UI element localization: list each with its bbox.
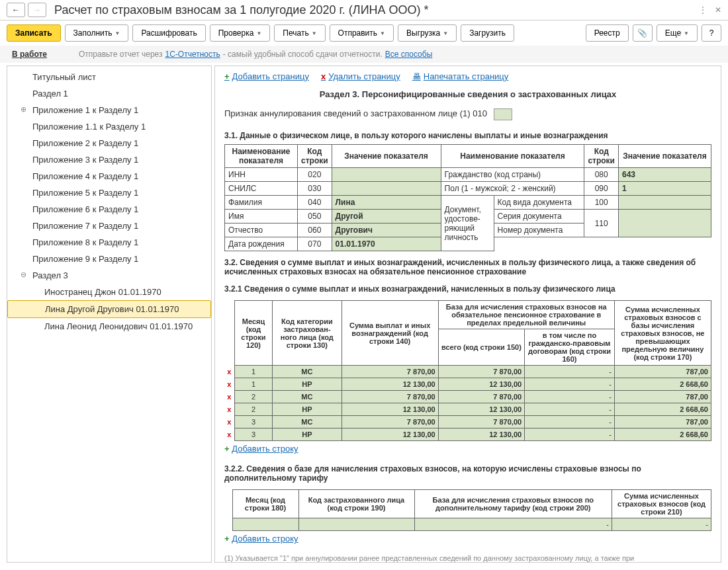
cancel-flag-input[interactable] xyxy=(494,108,512,120)
tree-item-app9[interactable]: Приложение 9 к Разделу 1 xyxy=(7,251,211,267)
dob-input[interactable]: 01.01.1970 xyxy=(332,237,441,251)
import-button[interactable]: Загрузить xyxy=(461,24,514,42)
cell-s140[interactable]: 12 130,00 xyxy=(341,378,438,391)
link-1c-report[interactable]: 1С-Отчетность xyxy=(165,50,220,59)
expand-icon[interactable]: ⊕ xyxy=(19,105,27,114)
send-button[interactable]: Отправить▼ xyxy=(330,24,394,42)
tree-item-app1[interactable]: ⊕Приложение 1 к Разделу 1 xyxy=(7,102,211,118)
attach-button[interactable]: 📎 xyxy=(633,24,653,42)
back-button[interactable]: ← xyxy=(7,3,25,17)
cell-s170[interactable]: 2 668,60 xyxy=(614,428,711,441)
cell-s150[interactable]: 12 130,00 xyxy=(438,428,524,441)
cell-s150[interactable]: 7 870,00 xyxy=(438,416,524,428)
delete-row-icon[interactable]: х xyxy=(224,403,234,416)
tree-item-app2[interactable]: Приложение 2 к Разделу 1 xyxy=(7,135,211,151)
cell-322-month[interactable] xyxy=(232,518,298,531)
cell-month[interactable]: 2 xyxy=(234,403,272,416)
help-button[interactable]: ? xyxy=(702,24,721,42)
more-options-icon[interactable]: ⋮ xyxy=(699,5,707,15)
tree-item-app4[interactable]: Приложение 4 к Разделу 1 xyxy=(7,168,211,184)
print-page-action[interactable]: 🖶Напечатать страницу xyxy=(412,71,509,81)
cell-s140[interactable]: 12 130,00 xyxy=(341,428,438,441)
decode-button[interactable]: Расшифровать xyxy=(132,24,205,42)
cell-month[interactable]: 3 xyxy=(234,428,272,441)
cell-s160[interactable]: - xyxy=(525,416,615,428)
tree-item-app5[interactable]: Приложение 5 к Разделу 1 xyxy=(7,184,211,201)
cell-category[interactable]: МС xyxy=(273,391,341,403)
cell-s170[interactable]: 2 668,60 xyxy=(614,378,711,391)
cell-month[interactable]: 1 xyxy=(234,366,272,378)
plus-icon: + xyxy=(224,71,230,81)
cell-category[interactable]: НР xyxy=(273,403,341,416)
check-button[interactable]: Проверка▼ xyxy=(210,24,271,42)
citizenship-input[interactable]: 643 xyxy=(619,168,711,182)
print-button[interactable]: Печать▼ xyxy=(274,24,325,42)
tree-item-person2[interactable]: Лина Другой Другович 01.01.1970 xyxy=(7,300,211,318)
cell-month[interactable]: 3 xyxy=(234,416,272,428)
sex-input[interactable]: 1 xyxy=(619,182,711,196)
cell-s170[interactable]: 787,00 xyxy=(614,416,711,428)
fill-button[interactable]: Заполнить▼ xyxy=(65,24,129,42)
export-button[interactable]: Выгрузка▼ xyxy=(398,24,457,42)
cell-month[interactable]: 2 xyxy=(234,391,272,403)
delete-row-icon[interactable]: х xyxy=(224,416,234,428)
tree-item-app7[interactable]: Приложение 7 к Разделу 1 xyxy=(7,218,211,234)
tree-item-app8[interactable]: Приложение 8 к Разделу 1 xyxy=(7,234,211,251)
cell-s150[interactable]: 7 870,00 xyxy=(438,366,524,378)
cell-s140[interactable]: 7 870,00 xyxy=(341,416,438,428)
delete-row-icon[interactable]: х xyxy=(224,391,234,403)
cell-s170[interactable]: 787,00 xyxy=(614,391,711,403)
more-button[interactable]: Еще▼ xyxy=(657,24,698,42)
tree-item-r1[interactable]: Раздел 1 xyxy=(7,85,211,102)
cell-s160[interactable]: - xyxy=(525,403,615,416)
add-row-321[interactable]: Добавить строку xyxy=(232,444,298,454)
patronymic-input[interactable]: Другович xyxy=(332,224,441,237)
delete-page-action[interactable]: хУдалить страницу xyxy=(321,71,400,81)
cell-s170[interactable]: 787,00 xyxy=(614,366,711,378)
delete-row-icon[interactable]: х xyxy=(224,378,234,391)
cell-category[interactable]: НР xyxy=(273,428,341,441)
snils-input[interactable] xyxy=(332,182,441,196)
doc-type-input[interactable] xyxy=(619,196,711,210)
inn-input[interactable] xyxy=(332,168,441,182)
tree-item-title[interactable]: Титульный лист xyxy=(7,69,211,85)
add-row-322[interactable]: Добавить строку xyxy=(232,534,298,544)
link-all-methods[interactable]: Все способы xyxy=(385,50,433,59)
cell-322-base[interactable]: - xyxy=(414,518,612,531)
cell-s170[interactable]: 2 668,60 xyxy=(614,403,711,416)
add-page-action[interactable]: +Добавить страницу xyxy=(224,71,309,81)
status-mode[interactable]: В работе xyxy=(12,50,47,59)
cell-s150[interactable]: 12 130,00 xyxy=(438,403,524,416)
cell-s150[interactable]: 12 130,00 xyxy=(438,378,524,391)
registry-button[interactable]: Реестр xyxy=(586,24,629,42)
firstname-input[interactable]: Другой xyxy=(332,210,441,224)
cell-s150[interactable]: 7 870,00 xyxy=(438,391,524,403)
tree-item-person1[interactable]: Иностранец Джон 01.01.1970 xyxy=(7,284,211,300)
cell-s140[interactable]: 12 130,00 xyxy=(341,403,438,416)
cell-s160[interactable]: - xyxy=(525,391,615,403)
tree-item-r3[interactable]: ⊖Раздел 3 xyxy=(7,267,211,284)
tree-item-app6[interactable]: Приложение 6 к Разделу 1 xyxy=(7,201,211,218)
delete-row-icon[interactable]: х xyxy=(224,366,234,378)
tree-item-app11[interactable]: Приложение 1.1 к Разделу 1 xyxy=(7,118,211,135)
tree-item-person3[interactable]: Лина Леонид Леонидович 01.01.1970 xyxy=(7,318,211,335)
cell-s140[interactable]: 7 870,00 xyxy=(341,366,438,378)
delete-row-icon[interactable]: х xyxy=(224,428,234,441)
cell-category[interactable]: МС xyxy=(273,416,341,428)
cell-s160[interactable]: - xyxy=(525,428,615,441)
save-button[interactable]: Записать xyxy=(7,24,61,42)
collapse-icon[interactable]: ⊖ xyxy=(19,270,27,279)
cell-category[interactable]: МС xyxy=(273,366,341,378)
doc-series-num-input[interactable] xyxy=(619,210,711,237)
tree-item-app3[interactable]: Приложение 3 к Разделу 1 xyxy=(7,151,211,168)
cell-s160[interactable]: - xyxy=(525,378,615,391)
cell-category[interactable]: НР xyxy=(273,378,341,391)
cell-322-code[interactable] xyxy=(298,518,414,531)
close-icon[interactable]: ✕ xyxy=(715,5,721,15)
cell-month[interactable]: 1 xyxy=(234,378,272,391)
forward-button[interactable]: → xyxy=(28,3,46,17)
cell-s140[interactable]: 7 870,00 xyxy=(341,391,438,403)
cell-s160[interactable]: - xyxy=(525,366,615,378)
cell-322-sum[interactable]: - xyxy=(612,518,711,531)
surname-input[interactable]: Лина xyxy=(332,196,441,210)
